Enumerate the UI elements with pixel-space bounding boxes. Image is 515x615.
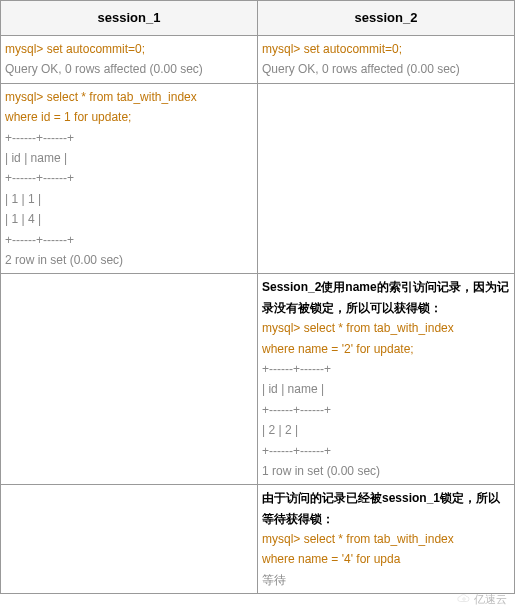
- result-header: | id | name |: [5, 148, 253, 168]
- session-comparison-table: session_1 session_2 mysql> set autocommi…: [0, 0, 515, 594]
- cell-s2-autocommit: mysql> set autocommit=0; Query OK, 0 row…: [258, 36, 515, 84]
- cell-empty: [1, 485, 258, 594]
- result-divider: +------+------+: [262, 400, 510, 420]
- sql-command: mysql> select * from tab_with_index: [5, 87, 253, 107]
- cell-s1-select-id: mysql> select * from tab_with_index wher…: [1, 83, 258, 274]
- result-footer: 2 row in set (0.00 sec): [5, 250, 253, 270]
- table-row: Session_2使用name的索引访问记录，因为记录没有被锁定，所以可以获得锁…: [1, 274, 515, 485]
- cloud-icon: [456, 594, 472, 595]
- result-divider: +------+------+: [5, 230, 253, 250]
- table-row: mysql> set autocommit=0; Query OK, 0 row…: [1, 36, 515, 84]
- sql-result: Query OK, 0 rows affected (0.00 sec): [5, 59, 253, 79]
- sql-command: mysql> set autocommit=0;: [262, 39, 510, 59]
- explanation-text: 由于访问的记录已经被session_1锁定，所以等待获得锁：: [262, 488, 510, 529]
- sql-command: mysql> select * from tab_with_index: [262, 318, 510, 338]
- cell-empty: [258, 83, 515, 274]
- header-session-1: session_1: [1, 1, 258, 36]
- header-session-2: session_2: [258, 1, 515, 36]
- result-divider: +------+------+: [5, 168, 253, 188]
- result-divider: +------+------+: [5, 128, 253, 148]
- cell-empty: [1, 274, 258, 485]
- table-row: mysql> select * from tab_with_index wher…: [1, 83, 515, 274]
- result-divider: +------+------+: [262, 359, 510, 379]
- result-row: | 2 | 2 |: [262, 420, 510, 440]
- sql-command: mysql> set autocommit=0;: [5, 39, 253, 59]
- cell-s1-autocommit: mysql> set autocommit=0; Query OK, 0 row…: [1, 36, 258, 84]
- result-row: | 1 | 1 |: [5, 189, 253, 209]
- sql-command: mysql> select * from tab_with_index: [262, 529, 510, 549]
- sql-command: where name = '4' for upda: [262, 549, 510, 569]
- watermark-text: 亿速云: [474, 592, 507, 594]
- sql-result: Query OK, 0 rows affected (0.00 sec): [262, 59, 510, 79]
- explanation-text: Session_2使用name的索引访问记录，因为记录没有被锁定，所以可以获得锁…: [262, 277, 510, 318]
- result-divider: +------+------+: [262, 441, 510, 461]
- sql-command: where name = '2' for update;: [262, 339, 510, 359]
- wait-text: 等待: [262, 570, 510, 590]
- result-row: | 1 | 4 |: [5, 209, 253, 229]
- watermark: 亿速云: [456, 592, 507, 594]
- result-header: | id | name |: [262, 379, 510, 399]
- cell-s2-select-name-4: 由于访问的记录已经被session_1锁定，所以等待获得锁： mysql> se…: [258, 485, 515, 594]
- cell-s2-select-name-2: Session_2使用name的索引访问记录，因为记录没有被锁定，所以可以获得锁…: [258, 274, 515, 485]
- table-row: 由于访问的记录已经被session_1锁定，所以等待获得锁： mysql> se…: [1, 485, 515, 594]
- sql-command: where id = 1 for update;: [5, 107, 253, 127]
- result-footer: 1 row in set (0.00 sec): [262, 461, 510, 481]
